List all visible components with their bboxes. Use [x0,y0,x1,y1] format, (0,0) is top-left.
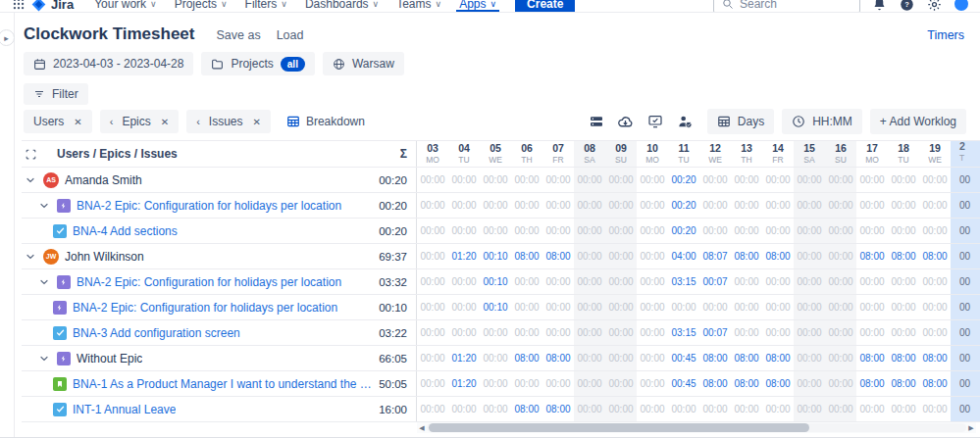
worklog-cell[interactable]: 00:00 [542,193,574,218]
worklog-cell[interactable]: 00:00 [762,397,794,421]
scrollbar-thumb[interactable] [429,423,809,432]
worklog-cell[interactable]: 00:00 [637,244,668,268]
row-expand-chevron-icon[interactable] [24,250,37,264]
remove-group-icon[interactable]: ✕ [74,117,81,127]
save-as-link[interactable]: Save as [216,28,260,42]
worklog-cell[interactable]: 08:00 [542,244,574,268]
nav-item-projects[interactable]: Projects∨ [166,0,236,13]
nav-item-teams[interactable]: Teams∨ [387,0,450,13]
worklog-cell[interactable]: 00:00 [605,397,637,421]
worklog-cell[interactable]: 08:00 [542,346,574,370]
worklog-cell[interactable]: 08:00 [542,397,574,421]
worklog-cell[interactable]: 00:00 [856,269,888,294]
worklog-cell[interactable]: 00:00 [888,168,919,192]
worklog-cell[interactable]: 00:00 [637,346,668,370]
worklog-cell[interactable]: 00:00 [731,320,762,345]
fullscreen-icon[interactable] [24,147,37,161]
worklog-cell[interactable]: 00:00 [542,320,574,345]
worklog-cell[interactable]: 00:00 [919,269,951,294]
worklog-cell[interactable]: 00:00 [417,219,448,243]
worklog-cell[interactable]: 00:00 [856,168,888,192]
filter-toggle[interactable]: Filter [24,83,88,105]
worklog-cell[interactable]: 00:00 [417,269,448,294]
worklog-cell[interactable]: 00:00 [699,168,731,192]
worklog-cell[interactable]: 00:00 [731,168,762,192]
worklog-cell[interactable]: 00:00 [605,346,637,370]
worklog-cell[interactable]: 00:00 [762,320,794,345]
worklog-cell[interactable]: 00:00 [762,219,794,243]
worklog-cell[interactable]: 00:00 [637,320,668,345]
worklog-cell[interactable]: 00:00 [888,320,919,345]
worklog-cell[interactable]: 00:00 [699,397,731,421]
worklog-cell[interactable]: 01:20 [448,371,480,396]
worklog-cell[interactable]: 00:00 [448,397,480,421]
worklog-cell[interactable]: 00:00 [480,193,511,218]
partial-worklog-cell[interactable]: 00 [951,320,980,345]
worklog-cell[interactable]: 00:00 [699,295,731,319]
user-avatar[interactable] [953,0,970,13]
worklog-cell[interactable]: 00:00 [856,219,888,243]
worklog-cell[interactable]: 00:00 [825,397,856,421]
worklog-cell[interactable]: 08:00 [856,346,888,370]
worklog-cell[interactable]: 00:00 [794,371,825,396]
worklog-cell[interactable]: 00:00 [574,320,605,345]
row-label[interactable]: BNA-2 Epic: Configuration for holidays p… [77,275,341,289]
worklog-cell[interactable]: 08:00 [919,244,951,268]
worklog-cell[interactable]: 00:00 [511,219,542,243]
load-link[interactable]: Load [277,28,304,42]
timezone-filter[interactable]: Warsaw [323,52,404,75]
worklog-cell[interactable]: 08:00 [699,371,731,396]
worklog-cell[interactable]: 08:00 [511,346,542,370]
worklog-cell[interactable]: 00:00 [668,295,699,319]
scroll-left-arrow[interactable]: ◀ [417,424,427,432]
worklog-cell[interactable]: 00:00 [794,320,825,345]
screen-check-icon[interactable] [646,113,664,130]
partial-worklog-cell[interactable]: 00 [951,371,980,396]
worklog-cell[interactable]: 00:00 [637,168,668,192]
group-chip-users[interactable]: Users✕ [24,110,92,133]
worklog-cell[interactable]: 00:00 [417,320,448,345]
worklog-cell[interactable]: 00:00 [542,269,574,294]
worklog-cell[interactable]: 00:07 [699,269,731,294]
worklog-cell[interactable]: 00:00 [888,269,919,294]
worklog-cell[interactable]: 00:00 [637,371,668,396]
worklog-cell[interactable]: 08:00 [731,346,762,370]
jira-logo[interactable]: Jira [31,0,74,12]
worklog-cell[interactable]: 00:00 [888,295,919,319]
partial-worklog-cell[interactable]: 00 [951,295,980,319]
worklog-cell[interactable]: 00:20 [668,193,699,218]
worklog-cell[interactable]: 00:00 [574,193,605,218]
create-button[interactable]: Create [515,0,575,13]
worklog-cell[interactable]: 00:00 [856,193,888,218]
worklog-cell[interactable]: 08:07 [699,244,731,268]
help-icon[interactable]: ? [898,0,915,13]
worklog-cell[interactable]: 00:00 [574,219,605,243]
row-expand-chevron-icon[interactable] [37,275,51,289]
worklog-cell[interactable]: 00:00 [888,219,919,243]
worklog-cell[interactable]: 00:00 [605,371,637,396]
time-format-button[interactable]: HH:MM [782,109,862,134]
days-view-button[interactable]: Days [707,109,774,134]
worklog-cell[interactable]: 00:00 [794,244,825,268]
worklog-cell[interactable]: 00:00 [919,168,951,192]
partial-worklog-cell[interactable]: 00 [951,168,980,192]
projects-filter[interactable]: Projects all [201,52,314,75]
worklog-cell[interactable]: 00:00 [448,168,480,192]
date-range-filter[interactable]: 2023-04-03 - 2023-04-28 [24,52,193,75]
worklog-cell[interactable]: 03:15 [668,320,699,345]
worklog-cell[interactable]: 00:00 [888,397,919,421]
worklog-cell[interactable]: 00:00 [574,346,605,370]
worklog-cell[interactable]: 00:00 [417,346,448,370]
worklog-cell[interactable]: 00:00 [448,269,480,294]
worklog-cell[interactable]: 00:00 [919,320,951,345]
chevron-left-icon[interactable]: ‹ [196,116,200,127]
worklog-cell[interactable]: 00:00 [794,219,825,243]
remove-group-icon[interactable]: ✕ [161,117,169,127]
worklog-cell[interactable]: 00:10 [480,269,511,294]
worklog-cell[interactable]: 00:00 [825,193,856,218]
search-input[interactable]: Search [713,0,860,13]
settings-gear-icon[interactable] [925,0,943,13]
row-label[interactable]: BNA-2 Epic: Configuration for holidays p… [73,301,337,315]
worklog-cell[interactable]: 00:00 [762,269,794,294]
worklog-cell[interactable]: 00:00 [605,295,637,319]
